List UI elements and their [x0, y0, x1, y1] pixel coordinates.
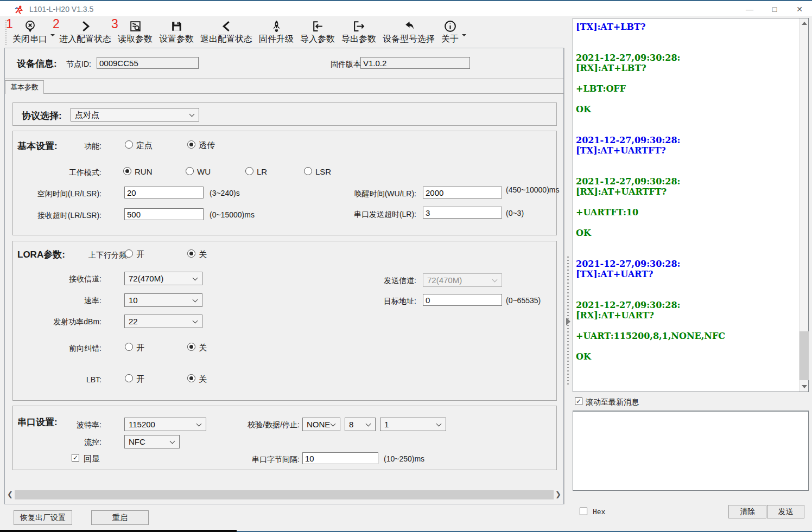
- wake-time-label: 唤醒时间(WU/LR):: [335, 189, 416, 199]
- rx-channel-label: 接收信道:: [47, 274, 101, 284]
- scroll-right-arrow-icon[interactable]: ❯: [554, 490, 563, 499]
- clear-button[interactable]: 清除: [728, 505, 766, 518]
- toolbar-label: 固件升级: [259, 34, 294, 45]
- splitter-collapse-arrow-icon[interactable]: [566, 318, 570, 325]
- protocol-select[interactable]: 点对点: [71, 108, 199, 121]
- log-line: [576, 73, 797, 84]
- parity-select[interactable]: NONE: [302, 418, 340, 431]
- node-id-label: 节点ID:: [66, 60, 91, 69]
- log-line: [576, 125, 797, 135]
- toolbar-enter-config-button[interactable]: 2 进入配置状态: [56, 18, 115, 47]
- tab-basic-params[interactable]: 基本参数: [5, 80, 44, 94]
- tab-strip: 基本参数: [5, 79, 563, 94]
- toolbar-device-model-select-button[interactable]: 设备型号选择: [379, 18, 438, 47]
- minimize-button[interactable]: —: [737, 1, 762, 17]
- radio-mode-run[interactable]: [123, 167, 131, 175]
- firmware-label: 固件版本:: [331, 60, 363, 69]
- radio-fec-on[interactable]: [125, 343, 133, 351]
- restart-button[interactable]: 重启: [91, 510, 149, 525]
- baud-rate-select[interactable]: 115200: [124, 418, 206, 431]
- radio-mode-wu[interactable]: [186, 167, 194, 175]
- rx-channel-select[interactable]: 72(470M): [124, 272, 202, 285]
- radio-lbt-on[interactable]: [125, 374, 133, 382]
- horizontal-scrollbar-thumb[interactable]: [15, 490, 554, 499]
- byte-interval-field[interactable]: [302, 452, 378, 464]
- toolbar-exit-config-button[interactable]: 退出配置状态: [197, 18, 256, 47]
- flow-control-select[interactable]: NFC: [124, 435, 180, 448]
- rx-timeout-field[interactable]: [124, 208, 204, 220]
- idle-time-label: 空闲时间(LR/LSR):: [26, 189, 101, 199]
- at-log-view[interactable]: [TX]:AT+LBT? 2021-12-27,09:30:28:[RX]:AT…: [573, 18, 809, 392]
- log-line: OK: [576, 228, 797, 238]
- stop-bits-select[interactable]: 1: [380, 418, 446, 431]
- log-line: [576, 156, 797, 166]
- node-id-field[interactable]: [97, 57, 199, 69]
- firmware-field[interactable]: [360, 57, 470, 69]
- tx-power-select[interactable]: 22: [124, 315, 202, 328]
- echo-checkbox[interactable]: ✓: [72, 454, 79, 462]
- log-line: [TX]:AT+LBT?: [576, 22, 797, 32]
- save-floppy-icon: [170, 20, 183, 33]
- protocol-section: 协议选择: 点对点: [12, 102, 557, 126]
- byte-interval-hint: (10~250)ms: [384, 454, 424, 463]
- target-address-field[interactable]: [423, 294, 502, 306]
- log-line: +UARTFT:10: [576, 207, 797, 217]
- radio-mode-lsr[interactable]: [304, 167, 312, 175]
- log-line: [576, 42, 797, 53]
- horizontal-scrollbar[interactable]: ❮ ❯: [5, 490, 563, 499]
- radio-func-fixed[interactable]: [125, 140, 133, 149]
- undo-arrow-icon: [402, 20, 416, 33]
- data-bits-select[interactable]: 8: [345, 418, 376, 431]
- close-button[interactable]: ✕: [787, 1, 812, 17]
- toolbar-label: 设置参数: [159, 34, 194, 45]
- maximize-button[interactable]: □: [762, 1, 787, 17]
- log-scrollbar-thumb[interactable]: [800, 331, 809, 380]
- dropdown-caret-icon[interactable]: [462, 34, 466, 36]
- scroll-up-arrow-icon[interactable]: [802, 22, 807, 25]
- uart-tx-timeout-field[interactable]: [423, 207, 502, 219]
- uart-tx-timeout-hint: (0~3): [506, 209, 524, 217]
- toolbar-label: 关闭串口: [12, 34, 47, 45]
- log-vertical-scrollbar[interactable]: [799, 18, 808, 392]
- chevron-down-icon: [366, 421, 371, 427]
- radio-lbt-off[interactable]: [187, 374, 195, 382]
- idle-time-field[interactable]: [124, 187, 204, 198]
- hex-checkbox[interactable]: [580, 508, 587, 515]
- annotation-3: 3: [111, 17, 118, 31]
- wake-time-hint: (450~10000)ms: [506, 185, 559, 194]
- radio-lbt-on-label: 开: [136, 374, 144, 384]
- chevron-down-icon: [170, 439, 175, 444]
- toolbar-export-params-button[interactable]: 导出参数: [338, 18, 379, 47]
- toolbar-firmware-upgrade-button[interactable]: 固件升级: [256, 18, 297, 47]
- scroll-down-arrow-icon[interactable]: [802, 385, 807, 388]
- restore-factory-button[interactable]: 恢复出厂设置: [14, 510, 72, 525]
- radio-fec-off[interactable]: [187, 343, 195, 351]
- toolbar-set-params-button[interactable]: 设置参数: [156, 18, 197, 47]
- toolbar-about-button[interactable]: 关于: [438, 18, 462, 47]
- scroll-to-latest-checkbox[interactable]: ✓: [575, 398, 582, 405]
- log-line: 2021-12-27,09:30:28:: [576, 135, 797, 145]
- radio-updown-on[interactable]: [125, 249, 133, 258]
- rate-label: 速率:: [47, 296, 101, 306]
- dropdown-caret-icon[interactable]: [50, 34, 55, 36]
- log-line: OK: [576, 104, 797, 114]
- radio-updown-off[interactable]: [187, 249, 195, 258]
- scroll-left-arrow-icon[interactable]: ❮: [5, 490, 15, 499]
- toolbar: 1 关闭串口 2 进入配置状态 3 读取参数: [0, 16, 564, 47]
- toolbar-import-params-button[interactable]: 导入参数: [297, 18, 338, 47]
- toolbar-read-params-button[interactable]: 3 读取参数: [115, 18, 156, 47]
- toolbar-close-serial-button[interactable]: 1 关闭串口: [9, 18, 50, 47]
- radio-mode-wu-label: WU: [197, 167, 211, 176]
- wake-time-field[interactable]: [423, 187, 502, 198]
- log-line: 2021-12-27,09:30:28:: [576, 259, 797, 269]
- radio-mode-lr[interactable]: [245, 167, 253, 175]
- fec-label: 前向纠错:: [47, 344, 101, 354]
- tx-channel-select: 72(470M): [423, 273, 502, 287]
- log-line: +LBT:OFF: [576, 84, 797, 94]
- rate-select[interactable]: 10: [124, 293, 202, 307]
- send-button[interactable]: 发送: [767, 505, 804, 518]
- send-input-area[interactable]: [573, 411, 809, 491]
- radio-func-transparent[interactable]: [187, 140, 195, 149]
- log-line: [576, 321, 797, 331]
- panel-splitter[interactable]: [564, 48, 571, 504]
